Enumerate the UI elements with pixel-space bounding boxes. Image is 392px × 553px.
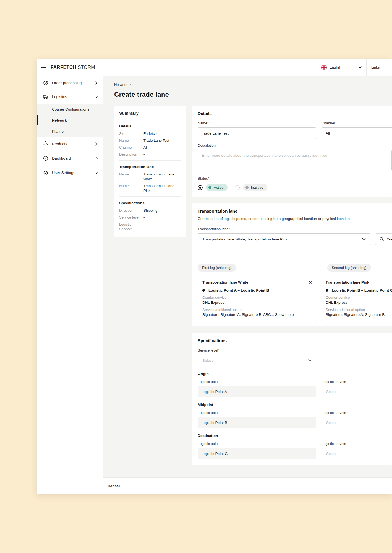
gauge-icon [43, 156, 48, 161]
summary-transportation-section: Transportation lane Name Transportation … [114, 164, 186, 193]
midpoint-logistic-service-select[interactable]: Select [322, 417, 392, 428]
language-selector[interactable]: English [317, 59, 366, 76]
links-menu[interactable]: Links [366, 59, 392, 76]
sidebar-item-dashboard[interactable]: Dashboard [37, 151, 103, 166]
route-text: Logistic Point A – Logistic Point B [208, 288, 269, 292]
summary-row-value: Trade Lane Test [143, 138, 181, 143]
chevron-right-icon [95, 142, 98, 146]
summary-row: Site Farfetch [119, 131, 181, 136]
summary-row-label: Direction [119, 208, 143, 213]
transportation-card-subtitle: Combination of logistic points, encompas… [198, 217, 386, 221]
sub-item-label: Planner [52, 129, 65, 133]
summary-row-label: Logistic Service: [119, 222, 143, 231]
summary-row-value [143, 222, 181, 231]
order-processing-icon [43, 80, 48, 86]
app-header: FARFETCH STORM English [37, 59, 392, 76]
summary-row-label: Description [119, 152, 143, 157]
breadcrumb-network-link[interactable]: Network [114, 83, 127, 87]
show-more-link[interactable]: Show more [275, 313, 294, 317]
service-option-label: Service additional option [202, 308, 312, 312]
name-input[interactable] [198, 127, 316, 139]
active-indicator [37, 115, 38, 125]
transportation-card-title: Transportation lane [198, 209, 386, 214]
summary-section-title: Transportation lane [119, 165, 181, 169]
language-label: English [330, 65, 341, 69]
search-lane-button[interactable]: Transportation lane [375, 233, 392, 245]
footer-action-bar: Cancel [103, 477, 392, 494]
chevron-right-icon [95, 81, 98, 85]
service-option-value: Signature, Signature A, Signature B, ABC… [202, 313, 274, 317]
summary-row-label: Name [119, 138, 143, 143]
brand-logo: FARFETCH STORM [51, 65, 95, 70]
description-textarea[interactable] [198, 150, 392, 171]
sidebar-item-network[interactable]: Network [37, 115, 103, 126]
destination-title: Destination [198, 434, 386, 438]
transportation-lane-select[interactable]: Transportation lane White, Transportatio… [198, 233, 370, 245]
route-text: Logistic Point B – Logistic Point G [332, 288, 392, 292]
destination-logistic-service-select[interactable]: Select [322, 448, 392, 459]
summary-title: Summary [114, 106, 186, 120]
active-dot-icon [208, 186, 211, 189]
main-area: Network Create trade lane Summary Detail… [103, 76, 392, 494]
sidebar-item-label: Dashboard [52, 156, 71, 161]
summary-row: Channel All [119, 145, 181, 150]
logistic-service-label: Logistic service [322, 411, 392, 415]
sub-item-label: Courier Configurations [52, 107, 89, 111]
courier-service-label: Courier service [326, 295, 392, 300]
chevron-down-icon [362, 238, 366, 240]
courier-service-label: Courier service [202, 295, 312, 300]
sidebar-item-label: User Settings [52, 171, 75, 175]
sidebar-item-order-processing[interactable]: Order processing [37, 76, 103, 90]
sidebar-item-courier-configurations[interactable]: Courier Configurations [37, 104, 103, 115]
second-leg-pill: Second leg (shipping) [327, 264, 371, 272]
brand-primary: FARFETCH [51, 65, 76, 70]
origin-logistic-service-select[interactable]: Select [322, 386, 392, 397]
summary-row: Name Transportation lane Pink [119, 184, 181, 193]
logistic-point-label: Logistic point [198, 380, 316, 384]
summary-specifications-section: Specifications Direction Shipping Servic… [114, 200, 186, 231]
hamburger-menu-button[interactable] [37, 65, 51, 70]
courier-service-value: DHL Express [326, 300, 392, 305]
logistic-point-label: Logistic point [198, 442, 316, 446]
select-placeholder: Select [326, 390, 337, 394]
sidebar-item-logistics[interactable]: Logistics [37, 90, 103, 104]
close-icon[interactable]: ✕ [309, 280, 312, 284]
service-option-value: Signature, Signature A, Signature B [326, 313, 392, 317]
summary-section-title: Specifications [119, 201, 181, 205]
service-level-select[interactable]: Select [198, 355, 316, 366]
status-radio-active[interactable] [198, 185, 203, 190]
status-badge-inactive[interactable]: Inactive [243, 184, 267, 191]
sidebar-item-products[interactable]: Products [37, 137, 103, 151]
summary-row-label: Site [119, 131, 143, 136]
select-placeholder: Select [326, 452, 337, 456]
links-label: Links [371, 65, 380, 69]
name-label: Name* [198, 121, 316, 125]
chevron-down-icon [308, 359, 312, 361]
summary-row: Description - [119, 152, 181, 157]
service-level-placeholder: Select [202, 358, 213, 363]
summary-row-value: Farfetch [143, 131, 181, 136]
summary-panel: Summary Details Site Farfetch Name Trade… [114, 106, 186, 237]
status-radio-inactive[interactable] [235, 185, 240, 190]
sidebar-item-label: Logistics [52, 95, 67, 99]
sidebar-item-label: Products [52, 142, 67, 146]
summary-row-value: Shipping [143, 208, 181, 213]
inactive-dot-icon [245, 186, 249, 189]
description-label: Description [198, 143, 386, 148]
midpoint-title: Midpoint [198, 403, 386, 407]
sidebar-item-planner[interactable]: Planner [37, 126, 103, 137]
summary-row: Service level - [119, 215, 181, 220]
chevron-right-icon [95, 156, 98, 160]
cancel-button[interactable]: Cancel [108, 484, 120, 488]
transportation-lane-label: Transportation lane* [198, 227, 386, 231]
brand-secondary: STORM [78, 65, 95, 70]
channel-input[interactable] [322, 127, 392, 139]
sub-item-label: Network [52, 118, 67, 122]
hamburger-icon [41, 65, 46, 70]
midpoint-logistic-point-value: Logistic Point B [202, 421, 227, 425]
channel-label: Channel [322, 121, 392, 125]
sidebar-item-user-settings[interactable]: User Settings [37, 166, 103, 180]
status-badge-active[interactable]: Active [206, 184, 228, 191]
summary-row-value: All [143, 145, 181, 150]
logistic-service-label: Logistic service [322, 380, 392, 384]
